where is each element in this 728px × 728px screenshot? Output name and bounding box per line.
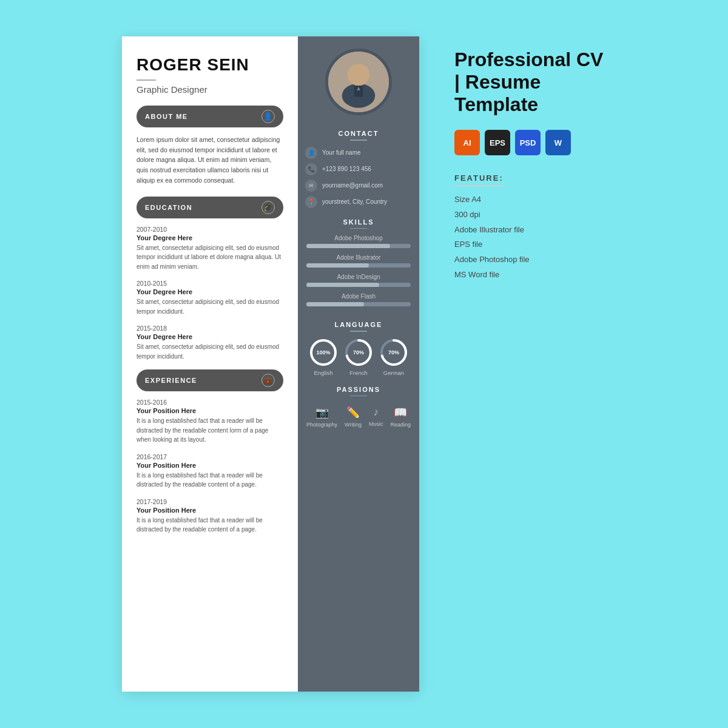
- feature-label: FEATURE:: [454, 174, 504, 186]
- badge-psd-label: PSD: [520, 138, 536, 147]
- feature-list: Size A4 300 dpi Adobe Illustrator file E…: [454, 192, 606, 282]
- passions-section: 📷 Photography ✏️ Writing ♪ Music 📖 Readi…: [298, 402, 419, 428]
- contact-name-icon: 👤: [305, 147, 317, 159]
- badge-w-label: W: [554, 138, 562, 147]
- lang-item-1: 70% French: [344, 338, 373, 376]
- lang-item-2: 70% German: [379, 338, 408, 376]
- photography-icon: 📷: [315, 406, 329, 419]
- passion-item-3: 📖 Reading: [390, 406, 411, 428]
- education-section-header: EDUCATION 🎓: [136, 197, 283, 218]
- contact-phone-icon: 📞: [305, 163, 317, 175]
- cv-card: ROGER SEIN Graphic Designer ABOUT ME 👤 L…: [122, 36, 419, 692]
- exp-year-2: 2017-2019: [136, 498, 283, 505]
- music-icon: ♪: [373, 406, 379, 419]
- lang-percent-0: 100%: [316, 349, 330, 356]
- contact-name-item: 👤 Your full name: [298, 147, 419, 159]
- education-icon: 🎓: [261, 201, 275, 214]
- edu-degree-2: Your Degree Here: [136, 333, 283, 340]
- skill-name-3: Adobe Flash: [306, 293, 411, 300]
- badge-ai: AI: [454, 130, 480, 155]
- feature-item-3: EPS file: [454, 237, 606, 252]
- lang-circle-0: 100%: [309, 338, 338, 367]
- lang-circle-2: 70%: [379, 338, 408, 367]
- edu-degree-1: Your Degree Here: [136, 288, 283, 295]
- experience-section-header: EXPERIENCE 💼: [136, 369, 283, 391]
- passion-icons-group: 📷 Photography ✏️ Writing ♪ Music 📖 Readi…: [303, 406, 414, 428]
- contact-email-icon: ✉: [305, 180, 317, 192]
- lang-item-0: 100% English: [309, 338, 338, 376]
- info-panel: Professional CV | Resume Template AI EPS…: [448, 36, 606, 283]
- contact-phone-text: +123 890 123 456: [322, 166, 371, 172]
- badge-w: W: [545, 130, 571, 155]
- passions-section-title: PASSIONS: [337, 386, 380, 393]
- cv-left-panel: ROGER SEIN Graphic Designer ABOUT ME 👤 L…: [122, 36, 298, 692]
- contact-email-text: yourname@gmail.com: [322, 182, 383, 189]
- badge-eps: EPS: [485, 130, 510, 155]
- about-section-header: ABOUT ME 👤: [136, 106, 283, 127]
- profile-photo-wrapper: [298, 36, 419, 124]
- contact-divider: [350, 140, 367, 141]
- profile-svg: [328, 52, 389, 112]
- cv-full-name: ROGER SEIN: [136, 56, 283, 75]
- reading-icon: 📖: [394, 406, 407, 419]
- skills-section-title: SKILLS: [343, 218, 374, 226]
- exp-desc-2: It is a long established fact that a rea…: [136, 516, 283, 534]
- edu-year-0: 2007-2010: [136, 226, 283, 233]
- skill-bar-fill-2: [306, 283, 379, 287]
- skill-bar-fill-0: [306, 244, 390, 248]
- skill-item-1: Adobe Illustrator: [306, 254, 411, 268]
- exp-position-0: Your Position Here: [136, 407, 283, 414]
- edu-year-1: 2010-2015: [136, 280, 283, 287]
- skill-item-0: Adobe Photoshop: [306, 235, 411, 248]
- edu-degree-0: Your Degree Here: [136, 234, 283, 241]
- edu-item-1: 2010-2015 Your Degree Here Sit amet, con…: [136, 280, 283, 316]
- language-divider: [350, 331, 367, 332]
- skill-bar-bg-1: [306, 263, 411, 268]
- exp-year-1: 2016-2017: [136, 453, 283, 460]
- skill-name-0: Adobe Photoshop: [306, 235, 411, 241]
- profile-photo: [325, 49, 392, 115]
- exp-year-0: 2015-2016: [136, 399, 283, 406]
- edu-desc-2: Sit amet, consectetur adipisicing elit, …: [136, 342, 283, 361]
- feature-item-5: MS Word file: [454, 268, 606, 283]
- about-icon: 👤: [261, 110, 275, 123]
- passion-item-0: 📷 Photography: [306, 406, 337, 428]
- writing-icon: ✏️: [346, 406, 360, 419]
- passion-label-2: Music: [369, 421, 383, 427]
- passion-label-3: Reading: [390, 422, 411, 428]
- lang-percent-2: 70%: [388, 349, 399, 356]
- passions-divider: [350, 396, 367, 397]
- experience-list: 2015-2016 Your Position Here It is a lon…: [136, 399, 283, 534]
- badge-psd: PSD: [515, 130, 541, 155]
- lang-name-0: English: [314, 369, 332, 376]
- language-section-title: LANGUAGE: [335, 321, 383, 328]
- skill-item-3: Adobe Flash: [306, 293, 411, 306]
- exp-position-2: Your Position Here: [136, 507, 283, 514]
- info-title: Professional CV | Resume Template: [454, 49, 606, 115]
- badge-eps-label: EPS: [490, 138, 505, 147]
- skill-item-2: Adobe InDesign: [306, 274, 411, 287]
- feature-item-1: 300 dpi: [454, 207, 606, 223]
- lang-circle-1: 70%: [344, 338, 373, 367]
- skill-bar-bg-0: [306, 244, 411, 248]
- experience-icon: 💼: [261, 374, 275, 387]
- contact-address-text: yourstreet, City, Country: [322, 198, 387, 205]
- skill-bar-bg-3: [306, 302, 411, 306]
- skills-list: Adobe Photoshop Adobe Illustrator Adobe …: [298, 235, 419, 312]
- feature-item-0: Size A4: [454, 192, 606, 207]
- svg-point-2: [348, 64, 369, 86]
- skill-bar-bg-2: [306, 283, 411, 287]
- exp-item-2: 2017-2019 Your Position Here It is a lon…: [136, 498, 283, 534]
- exp-desc-0: It is a long established fact that a rea…: [136, 416, 283, 445]
- exp-desc-1: It is a long established fact that a rea…: [136, 471, 283, 490]
- cv-first-name: ROGER: [136, 55, 207, 74]
- experience-label: EXPERIENCE: [145, 377, 197, 384]
- passion-item-2: ♪ Music: [369, 406, 383, 428]
- edu-year-2: 2015-2018: [136, 325, 283, 332]
- education-list: 2007-2010 Your Degree Here Sit amet, con…: [136, 226, 283, 362]
- lang-name-1: French: [349, 369, 368, 376]
- cv-last-name: SEIN: [207, 55, 249, 74]
- contact-section-title: CONTACT: [339, 130, 379, 137]
- exp-item-0: 2015-2016 Your Position Here It is a lon…: [136, 399, 283, 445]
- skills-divider: [350, 228, 367, 229]
